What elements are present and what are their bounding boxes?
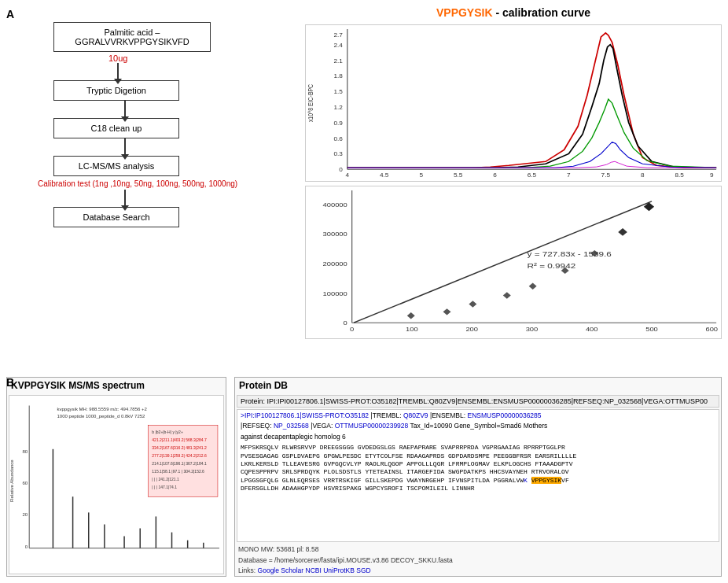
- svg-text:y = 727.83x - 1539.6: y = 727.83x - 1539.6: [528, 249, 612, 258]
- lcms-label: LC-MS/MS analysis: [79, 161, 155, 171]
- svg-text:kvppgysik  MH: 988.5559  m/z: : kvppgysik MH: 988.5559 m/z: 494.7856 +2: [57, 407, 147, 411]
- svg-text:334.2|167.6|316.2| 481.3|241.2: 334.2|167.6|316.2| 481.3|241.2: [152, 445, 207, 450]
- flowchart-box-palmitic: Palmitic acid – GGRALVVRKVPPGYSIKVFD: [53, 22, 211, 52]
- protein-database: Database = /home/sorcerer/fasta/ipi.MOUS…: [235, 555, 721, 566]
- svg-text:400000: 400000: [323, 201, 347, 208]
- section-b: KVPPGYSIK MS/MS spectrum kvppgysik MH: 9…: [6, 377, 722, 577]
- svg-text:2.1: 2.1: [334, 57, 343, 64]
- svg-text:1.5: 1.5: [334, 89, 343, 95]
- svg-text:0: 0: [344, 319, 347, 327]
- tryptic-digetion-label: Tryptic Digetion: [86, 86, 146, 95]
- svg-text:0.6: 0.6: [334, 135, 343, 142]
- svg-text:b    |b2+|b-H|  y    |y2+: b |b2+|b-H| y |y2+: [152, 429, 183, 434]
- svg-text:x10^8  EIC-BPC: x10^8 EIC-BPC: [307, 83, 315, 122]
- svg-text:8: 8: [641, 172, 645, 179]
- svg-text:6: 6: [493, 172, 497, 179]
- c18-label: C18 clean up: [91, 124, 142, 133]
- svg-text:500: 500: [645, 326, 658, 333]
- svg-text:6.5: 6.5: [528, 172, 536, 179]
- svg-text:80: 80: [22, 449, 28, 454]
- svg-text:7.5: 7.5: [601, 172, 610, 179]
- chart-title-suffix: - calibration curve: [493, 6, 590, 19]
- svg-text:100: 100: [406, 326, 418, 333]
- svg-text:1.8: 1.8: [334, 73, 343, 79]
- svg-text:100000: 100000: [323, 290, 347, 297]
- svg-text:5: 5: [419, 172, 423, 179]
- calibration-curve-title: VPPGYSIK - calibration curve: [305, 6, 722, 19]
- svg-text:2.4: 2.4: [334, 42, 343, 48]
- svg-text:9: 9: [710, 172, 714, 179]
- svg-text:115.1|58.1 |97.1 | 304.2|152.6: 115.1|58.1 |97.1 | 304.2|152.6: [152, 469, 204, 474]
- flowchart-box-lcms: LC-MS/MS analysis: [53, 156, 179, 176]
- svg-text:0.9: 0.9: [334, 120, 343, 126]
- protein-footer: MONO MW: 53681 pl: 8.58: [235, 544, 721, 555]
- svg-text:421.2|211.1|403.2| 568.3|284.7: 421.2|211.1|403.2| 568.3|284.7: [152, 437, 207, 441]
- database-search-label: Database Search: [83, 212, 150, 222]
- svg-text:600: 600: [705, 326, 718, 333]
- svg-text:0: 0: [350, 326, 354, 333]
- svg-text:Relative Abundance: Relative Abundance: [9, 459, 14, 501]
- palmitic-acid-label: Palmitic acid – GGRALVVRKVPPGYSIKVFD: [75, 28, 189, 46]
- proteindb-content: >IPI:IP100127806.1|SWISS-PROT:O35182 |TR…: [237, 409, 719, 542]
- flowchart: Palmitic acid – GGRALVVRKVPPGYSIKVFD 10u…: [6, 6, 297, 367]
- svg-text:200000: 200000: [323, 260, 347, 268]
- charts-area: VPPGYSIK - calibration curve 0 0.3 0.6 0…: [305, 6, 722, 367]
- svg-text:200: 200: [465, 326, 478, 333]
- msms-title: KVPPGYSIK MS/MS spectrum: [7, 378, 226, 393]
- svg-text:214.1|107.6|196.1| 367.2|184.1: 214.1|107.6|196.1| 367.2|184.1: [152, 461, 207, 466]
- svg-rect-0: [306, 25, 721, 181]
- chromatogram-chart: 0 0.3 0.6 0.9 1.2 1.5 1.8 2.1 2.4 2.7 4 …: [305, 24, 722, 182]
- proteindb-title: Protein DB: [235, 378, 721, 393]
- chart-title-vppgysik: VPPGYSIK: [436, 6, 493, 19]
- protein-links: Links: Google Scholar NCBI UniProtKB SGD: [235, 566, 721, 576]
- msms-panel: KVPPGYSIK MS/MS spectrum kvppgysik MH: 9…: [6, 377, 226, 577]
- svg-text:0: 0: [339, 167, 343, 173]
- proteindb-header: Protein: IPI:IPI00127806.1|SWISS-PROT:O3…: [237, 395, 719, 408]
- svg-text:20: 20: [22, 512, 28, 517]
- svg-text:277.2|139.1|259.2| 424.2|212.6: 277.2|139.1|259.2| 424.2|212.6: [152, 453, 207, 458]
- svg-text:4.5: 4.5: [380, 172, 388, 179]
- svg-text:300: 300: [526, 326, 539, 333]
- svg-text:|     |     | 147.1|74.1: | | | 147.1|74.1: [152, 485, 177, 489]
- svg-rect-25: [306, 186, 721, 338]
- svg-text:300000: 300000: [323, 231, 347, 238]
- svg-text:|     |     | 241.2|121.1: | | | 241.2|121.1: [152, 477, 179, 482]
- flowchart-box-c18: C18 clean up: [53, 118, 179, 138]
- calibration-label: Calibration test (1ng ,10ng, 50ng, 100ng…: [38, 179, 237, 188]
- svg-text:1000 peptide 1000_peptide_d 0.: 1000 peptide 1000_peptide_d 0.8kV 7252: [57, 413, 145, 418]
- svg-text:4: 4: [346, 172, 350, 179]
- svg-text:0.3: 0.3: [334, 151, 343, 157]
- svg-text:2.7: 2.7: [334, 31, 343, 38]
- uniprotkb-link[interactable]: UniProtKB: [323, 566, 355, 574]
- proteindb-panel: Protein DB Protein: IPI:IPI00127806.1|SW…: [234, 377, 722, 577]
- flowchart-box-database: Database Search: [53, 207, 179, 227]
- svg-text:400: 400: [586, 326, 598, 333]
- msms-spectrum: kvppgysik MH: 988.5559 m/z: 494.7856 +2 …: [9, 395, 224, 574]
- svg-text:60: 60: [22, 481, 28, 485]
- svg-text:R² = 0.9942: R² = 0.9942: [528, 261, 576, 270]
- google-scholar-link[interactable]: Google Scholar: [258, 566, 304, 574]
- sgd-link[interactable]: SGD: [356, 566, 370, 574]
- scatter-chart: 0 100000 200000 300000 400000 0 100 200 …: [305, 186, 722, 339]
- section-b-label: B: [6, 376, 14, 389]
- svg-text:5.5: 5.5: [454, 172, 462, 179]
- amount-label: 10ug: [108, 54, 127, 63]
- ncbi-link[interactable]: NCBI: [306, 566, 322, 574]
- svg-text:1.2: 1.2: [334, 105, 343, 111]
- section-a: Palmitic acid – GGRALVVRKVPPGYSIKVFD 10u…: [6, 6, 722, 367]
- svg-text:8.5: 8.5: [675, 172, 684, 179]
- svg-text:7: 7: [567, 172, 571, 179]
